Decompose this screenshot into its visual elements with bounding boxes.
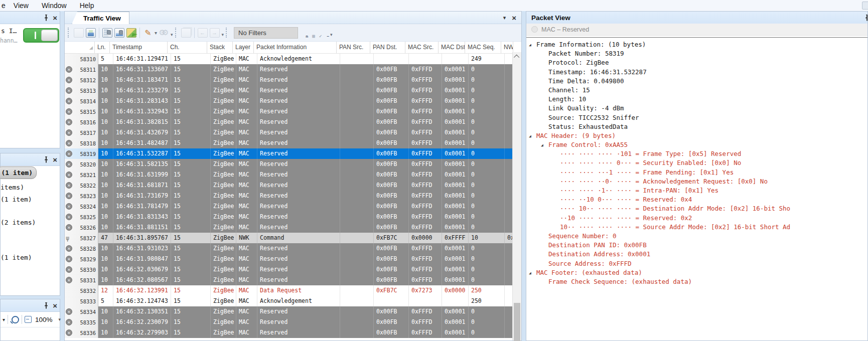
clear-brush-icon[interactable]: ✎ xyxy=(143,28,153,38)
tree-expander-icon[interactable]: ◢ xyxy=(529,269,531,278)
tree-line[interactable]: ◢Frame Information: (10 bytes) xyxy=(526,40,867,49)
column-header-pansrc[interactable]: PAN Src. xyxy=(337,42,370,53)
tree-line[interactable]: Protocol: ZigBee xyxy=(526,58,867,67)
packet-row[interactable]: ×583221016:46:31.68187115ZigBeeMACReserv… xyxy=(65,180,521,191)
toolbar-overflow-icon[interactable]: ▾ xyxy=(58,317,61,322)
packet-row[interactable]: ×583151016:46:31.33294315ZigBeeMACReserv… xyxy=(65,106,521,117)
packet-row[interactable]: ×583141016:46:31.28314315ZigBeeMACReserv… xyxy=(65,96,521,106)
column-header-ch[interactable]: Ch. xyxy=(168,42,207,53)
packet-row[interactable]: ×583111016:46:31.13360715ZigBeeMACReserv… xyxy=(65,64,521,75)
packet-row[interactable]: 58310516:46:31.12947115ZigBeeMACAcknowle… xyxy=(65,54,521,64)
close-icon[interactable]: × xyxy=(53,302,57,309)
packet-row[interactable]: ×583171016:46:31.43267915ZigBeeMACReserv… xyxy=(65,127,521,138)
column-header-macsrc[interactable]: MAC Src. xyxy=(405,42,439,53)
close-icon[interactable]: × xyxy=(53,14,57,22)
packet-row[interactable]: ×583161016:46:31.38281515ZigBeeMACReserv… xyxy=(65,117,521,127)
packet-row[interactable]: 583321216:46:32.12399115ZigBeeMACData Re… xyxy=(65,285,521,296)
chevron-down-icon[interactable]: ▾ xyxy=(3,317,5,322)
tree-expander-icon[interactable]: ◢ xyxy=(529,41,531,50)
group-overflow-icon[interactable]: ▾ xyxy=(171,32,173,37)
capture-cube-icon[interactable] xyxy=(126,28,136,38)
toggle-knob[interactable] xyxy=(41,30,58,41)
tab-list-dropdown-icon[interactable]: ▾ xyxy=(503,15,506,21)
tree-line[interactable]: Destination Address: 0x0001 xyxy=(526,250,867,259)
close-icon[interactable]: × xyxy=(53,156,57,163)
filter-edit-icon[interactable]: ⊞ xyxy=(309,28,314,37)
vertical-scrollbar[interactable] xyxy=(512,52,521,340)
tree-line[interactable]: 10·· ···· ···· ···· = Source Addr Mode: … xyxy=(526,223,867,232)
pin-icon[interactable] xyxy=(864,15,868,21)
tab-traffic-view[interactable]: Traffic View xyxy=(72,12,129,24)
column-header-nw[interactable]: NW xyxy=(501,42,513,53)
filter-input[interactable]: No Filters xyxy=(234,27,298,39)
scrollbar-thumb[interactable] xyxy=(514,303,520,341)
tree-line[interactable]: ◢Frame Control: 0xAA55 xyxy=(526,140,867,149)
tree-line[interactable]: Length: 10 xyxy=(526,95,867,104)
packet-row[interactable]: ×583211016:46:31.63199915ZigBeeMACReserv… xyxy=(65,169,521,180)
packet-row[interactable]: ×583191016:46:31.53228715ZigBeeMACReserv… xyxy=(65,148,521,159)
tree-line[interactable]: ··10 ···· ···· ···· = Reserved: 0x2 xyxy=(526,214,867,223)
column-header-macseq[interactable]: MAC Seq. xyxy=(465,42,501,53)
packet-row[interactable]: ×583291016:46:31.98084715ZigBeeMACReserv… xyxy=(65,254,521,264)
tree-line[interactable]: Packet Number: 58319 xyxy=(526,49,867,58)
tree-line[interactable]: ◢MAC Header: (9 bytes) xyxy=(526,131,867,140)
packet-row[interactable]: ×583241016:46:31.78147915ZigBeeMACReserv… xyxy=(65,201,521,212)
packet-row[interactable]: 58333516:46:32.12474315ZigBeeMACAcknowle… xyxy=(65,296,521,306)
packet-row[interactable]: ×583301016:46:32.03067915ZigBeeMACReserv… xyxy=(65,264,521,275)
menu-item-help[interactable]: Help xyxy=(80,2,94,10)
group-overflow-icon[interactable]: ▾ xyxy=(330,32,333,37)
group-overflow-icon[interactable]: ▾ xyxy=(222,32,224,37)
tree-line[interactable]: ···· ···· ·1·· ···· = Intra-PAN: [0x1] Y… xyxy=(526,186,867,195)
tree-line[interactable]: Destination PAN ID: 0x00FB xyxy=(526,241,867,250)
tree-line[interactable]: Link Quality: -4 dBm xyxy=(526,104,867,113)
packet-row[interactable]: ×583351016:46:32.23007915ZigBeeMACReserv… xyxy=(65,317,521,327)
item-count-badge[interactable]: (1 item) xyxy=(0,166,37,179)
pin-icon[interactable] xyxy=(44,15,49,21)
packet-row[interactable]: ×583311016:46:32.08056715ZigBeeMACReserv… xyxy=(65,275,521,285)
tree-line[interactable]: ···· ··10 0··· ···· = Reserved: 0x4 xyxy=(526,195,867,204)
tree-line[interactable]: ◢MAC Footer: (exhausted data) xyxy=(526,268,867,277)
pin-icon[interactable] xyxy=(44,156,49,163)
tree-line[interactable]: ···· ···· ···· 0··· = Security Enabled: … xyxy=(526,158,867,167)
packet-row[interactable]: ×583341016:46:32.13035115ZigBeeMACReserv… xyxy=(65,306,521,317)
menu-item-window[interactable]: Window xyxy=(42,2,67,10)
device-list-icon[interactable] xyxy=(102,28,112,38)
column-header-pandst[interactable]: PAN Dst. xyxy=(370,42,405,53)
column-header-ts[interactable]: Timestamp xyxy=(110,42,168,53)
scroll-up-icon[interactable] xyxy=(513,52,521,61)
pin-icon[interactable] xyxy=(44,302,49,309)
tree-line[interactable]: ···· 10·· ···· ···· = Destination Addr M… xyxy=(526,204,867,213)
column-header-layer[interactable]: Layer xyxy=(233,42,254,53)
tree-line[interactable]: Source Address: 0xFFFD xyxy=(526,259,867,268)
filter-apply-icon[interactable]: n xyxy=(302,28,307,37)
goto-previous-icon[interactable]: ← xyxy=(198,28,208,38)
tree-expander-icon[interactable]: ◢ xyxy=(541,141,543,150)
tree-line[interactable]: Timestamp: 16:46:31.532287 xyxy=(526,68,867,77)
filter-check-icon[interactable]: ✓ xyxy=(316,28,321,37)
zoom-fit-icon[interactable] xyxy=(12,316,19,323)
tree-line[interactable]: ···· ···· ··0· ···· = Acknowledgement Re… xyxy=(526,177,867,186)
column-header-ln[interactable]: Ln. xyxy=(95,42,110,53)
column-header-macdst[interactable]: MAC Dst. xyxy=(439,42,465,53)
packet-row[interactable]: ×583121016:46:31.18347115ZigBeeMACReserv… xyxy=(65,75,521,85)
device-view-icon[interactable] xyxy=(114,28,124,38)
packet-row[interactable]: ×583131016:46:31.23327915ZigBeeMACReserv… xyxy=(65,85,521,96)
tree-line[interactable]: ···· ···· ···· ·101 = Frame Type: [0x5] … xyxy=(526,149,867,158)
zoom-out-icon[interactable] xyxy=(25,316,32,323)
menu-item-file-cut[interactable]: e xyxy=(2,2,6,10)
tree-line[interactable]: Channel: 15 xyxy=(526,86,867,95)
packet-row[interactable]: ×583261016:46:31.88115115ZigBeeMACReserv… xyxy=(65,222,521,233)
tree-line[interactable]: Sequence Number: 0 xyxy=(526,232,867,241)
filter-clear-icon[interactable]: − xyxy=(323,28,328,37)
tree-line[interactable]: Source: TICC2532 Sniffer xyxy=(526,113,867,122)
brush-dropdown-icon[interactable]: ▾ xyxy=(155,30,157,36)
packet-row[interactable]: ×583281016:46:31.93102315ZigBeeMACReserv… xyxy=(65,243,521,254)
tree-line[interactable]: Frame Check Sequence: (exhausted data) xyxy=(526,277,867,286)
row-header-column[interactable]: ◢ xyxy=(65,42,95,53)
packet-row[interactable]: ×583361016:46:32.27990315ZigBeeMACReserv… xyxy=(65,327,521,338)
packet-row[interactable]: ψ583274716:46:31.89576715ZigBeeNWKComman… xyxy=(65,233,521,243)
tree-line[interactable]: Status: ExhaustedData xyxy=(526,122,867,131)
open-capture-icon[interactable] xyxy=(74,28,84,38)
packet-row[interactable]: ×583231016:46:31.73167915ZigBeeMACReserv… xyxy=(65,191,521,201)
save-capture-icon[interactable] xyxy=(86,28,96,38)
